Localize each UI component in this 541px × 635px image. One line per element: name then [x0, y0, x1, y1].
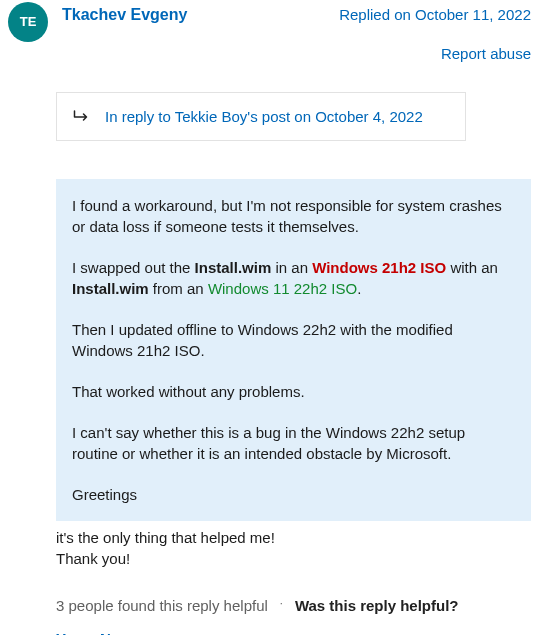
post-header: TE Tkachev Evgeny Replied on October 11,…	[10, 0, 531, 64]
in-reply-to-link[interactable]: In reply to Tekkie Boy's post on October…	[105, 106, 423, 127]
avatar-initials: TE	[20, 13, 37, 31]
quoted-message: I found a workaround, but I'm not respon…	[56, 179, 531, 521]
quote-p2: I swapped out the Install.wim in an Wind…	[72, 257, 515, 299]
quote-p6: Greetings	[72, 484, 515, 505]
reply-own-text: it's the only thing that helped me! Than…	[56, 527, 531, 569]
quote-p4: That worked without any problems.	[72, 381, 515, 402]
install-wim-text: Install.wim	[195, 259, 272, 276]
post-meta: Replied on October 11, 2022 Report abuse	[339, 4, 531, 64]
post-body: In reply to Tekkie Boy's post on October…	[56, 92, 531, 635]
helpful-count: 3 people found this reply helpful	[56, 595, 268, 616]
post-footer: 3 people found this reply helpful · Was …	[56, 595, 531, 635]
quote-p3: Then I updated offline to Windows 22h2 w…	[72, 319, 515, 361]
reply-arrow-icon	[73, 109, 91, 125]
own-line-2: Thank you!	[56, 548, 531, 569]
install-wim-text-2: Install.wim	[72, 280, 149, 297]
replied-on-date[interactable]: Replied on October 11, 2022	[339, 4, 531, 25]
helpful-question: Was this reply helpful?	[295, 595, 459, 616]
quote-p1: I found a workaround, but I'm not respon…	[72, 195, 515, 237]
helpful-vote-buttons: Yes No	[56, 628, 531, 635]
helpful-row: 3 people found this reply helpful · Was …	[56, 595, 531, 616]
no-button[interactable]: No	[100, 628, 120, 635]
author-name[interactable]: Tkachev Evgeny	[62, 6, 187, 23]
windows-11-22h2-iso-link[interactable]: Windows 11 22h2 ISO	[208, 280, 357, 297]
header-main: Tkachev Evgeny Replied on October 11, 20…	[62, 2, 531, 64]
forum-reply-post: TE Tkachev Evgeny Replied on October 11,…	[0, 0, 541, 635]
quote-p5: I can't say whether this is a bug in the…	[72, 422, 515, 464]
separator-dot: ·	[280, 596, 283, 611]
report-abuse-link[interactable]: Report abuse	[441, 43, 531, 64]
in-reply-to-box[interactable]: In reply to Tekkie Boy's post on October…	[56, 92, 466, 141]
avatar[interactable]: TE	[8, 2, 48, 42]
windows-21h2-iso-text: Windows 21h2 ISO	[312, 259, 446, 276]
yes-button[interactable]: Yes	[56, 628, 82, 635]
own-line-1: it's the only thing that helped me!	[56, 527, 531, 548]
